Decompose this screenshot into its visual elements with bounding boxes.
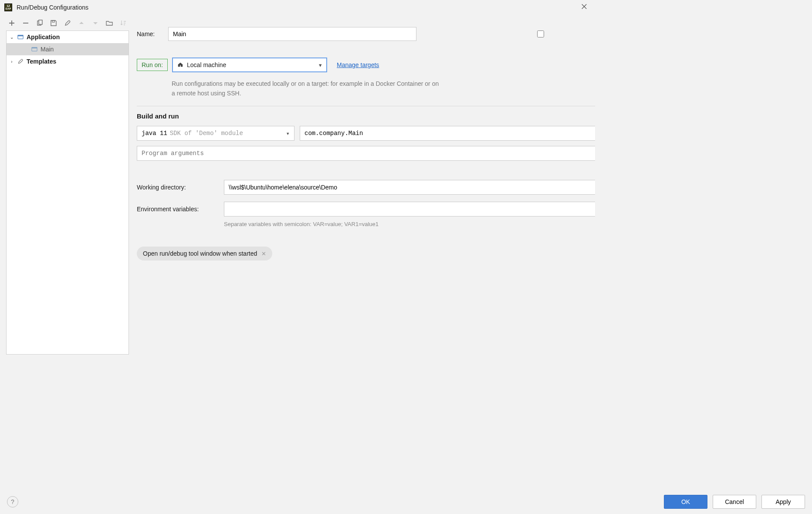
home-icon xyxy=(177,61,183,69)
build-run-title: Build and run xyxy=(137,112,179,120)
chip-label: Open run/debug tool window when started xyxy=(143,250,257,257)
open-tool-window-chip[interactable]: Open run/debug tool window when started … xyxy=(137,247,272,260)
program-args-input[interactable] xyxy=(142,150,595,157)
sidebar-toolbar xyxy=(6,17,129,30)
add-config-button[interactable] xyxy=(8,19,16,27)
env-label: Environment variables: xyxy=(137,206,224,213)
chevron-right-icon: › xyxy=(9,59,14,64)
chevron-down-icon: ⌄ xyxy=(9,35,14,40)
svg-rect-2 xyxy=(52,20,54,22)
tree-label: Templates xyxy=(27,58,56,65)
folder-button[interactable] xyxy=(105,19,113,27)
move-down-button xyxy=(91,19,99,27)
run-on-label: Run on: xyxy=(137,59,168,71)
tree-label: Application xyxy=(27,34,60,41)
store-checkbox[interactable] xyxy=(416,30,595,37)
jdk-select[interactable]: java 11 SDK of 'Demo' module ▾ xyxy=(137,126,294,141)
remove-config-button[interactable] xyxy=(22,19,30,27)
env-input[interactable] xyxy=(229,206,595,213)
tree-node-main[interactable]: Main xyxy=(7,43,129,55)
move-up-button xyxy=(78,19,85,27)
store-as-project-file[interactable]: Store as project file xyxy=(416,20,595,48)
sort-button xyxy=(119,19,127,27)
config-tree: ⌄ Application Main › Templates xyxy=(6,30,129,355)
run-on-value: Local machine xyxy=(187,61,226,68)
caret-down-icon: ▾ xyxy=(319,62,322,68)
save-config-button[interactable] xyxy=(50,19,58,27)
name-input[interactable] xyxy=(168,27,416,41)
config-form: Name: Store as project file Run on: Loca… xyxy=(129,15,595,355)
workdir-label: Working directory: xyxy=(137,184,224,191)
close-button[interactable] xyxy=(578,2,591,13)
jdk-hint: SDK of 'Demo' module xyxy=(170,130,243,137)
window-title: Run/Debug Configurations xyxy=(17,4,88,11)
tree-label: Main xyxy=(41,46,54,53)
tree-node-templates[interactable]: › Templates xyxy=(7,55,129,68)
run-on-hint: Run configurations may be executed local… xyxy=(172,79,442,98)
wrench-icon xyxy=(17,58,24,65)
tree-node-application[interactable]: ⌄ Application xyxy=(7,31,129,43)
name-label: Name: xyxy=(137,30,168,37)
workdir-input[interactable] xyxy=(229,184,595,191)
jdk-name: java 11 xyxy=(142,130,167,137)
copy-config-button[interactable] xyxy=(36,19,44,27)
env-hint: Separate variables with semicolon: VAR=v… xyxy=(224,221,595,227)
titlebar: IJEAP Run/Debug Configurations xyxy=(0,0,595,15)
run-on-select[interactable]: Local machine ▾ xyxy=(172,57,327,72)
intellij-eap-icon: IJEAP xyxy=(4,3,12,11)
svg-rect-4 xyxy=(18,35,23,37)
svg-rect-1 xyxy=(39,20,42,24)
close-icon[interactable]: ✕ xyxy=(261,250,266,257)
edit-templates-button[interactable] xyxy=(64,19,71,27)
caret-down-icon: ▾ xyxy=(286,130,290,137)
sidebar: ⌄ Application Main › Templates xyxy=(0,15,129,355)
manage-targets-link[interactable]: Manage targets xyxy=(337,61,379,68)
application-icon xyxy=(17,34,24,41)
svg-rect-6 xyxy=(32,47,37,49)
application-icon xyxy=(31,46,38,53)
main-class-input[interactable] xyxy=(304,130,595,137)
divider xyxy=(137,106,595,106)
